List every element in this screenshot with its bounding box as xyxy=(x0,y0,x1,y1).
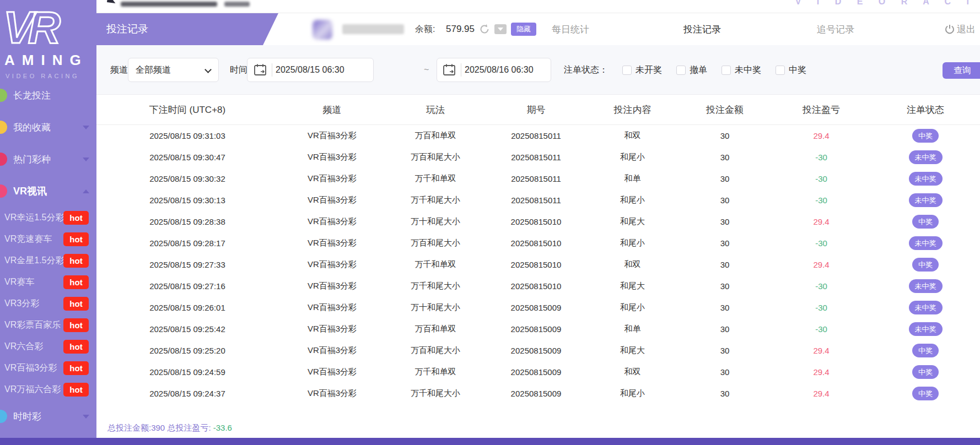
tab-追号记录[interactable]: 追号记录 xyxy=(817,13,854,45)
sidebar-subitem-VR赛车[interactable]: VR赛车hot xyxy=(0,272,96,293)
cell-profit: 29.4 xyxy=(772,131,871,140)
total-profit-label: 总投注盈亏: xyxy=(167,423,211,432)
hot-badge: hot xyxy=(63,318,89,332)
status-option-未中奖[interactable]: 未中奖 xyxy=(721,64,761,76)
category-dot-icon xyxy=(0,410,7,423)
sidebar-subitem-VR万福六合彩[interactable]: VR万福六合彩hot xyxy=(0,379,96,400)
tab-每日统计[interactable]: 每日统计 xyxy=(552,13,589,45)
cell-content: 和尾大 xyxy=(587,281,678,291)
time-from-value: 2025/08/15 06:30 xyxy=(276,65,344,75)
cell-amount: 30 xyxy=(678,324,772,334)
cell-channel: VR百福3分彩 xyxy=(278,152,386,162)
blurred-announcement-2 xyxy=(224,2,250,7)
username-redacted xyxy=(342,24,404,34)
checkbox-未中奖[interactable] xyxy=(721,66,731,75)
cell-issue: 20250815009 xyxy=(485,389,587,398)
cell-amount: 30 xyxy=(678,238,772,248)
cell-content: 和尾小 xyxy=(587,238,678,248)
sidebar-subitem-label: VR百福3分彩 xyxy=(4,362,57,374)
cell-profit: 29.4 xyxy=(772,346,871,355)
hide-balance-button[interactable]: 隐藏 xyxy=(511,23,536,36)
cell-content: 和双 xyxy=(587,259,678,270)
cell-play: 万千和尾大小 xyxy=(386,281,485,291)
sidebar-subitem-label: VR金星1.5分彩 xyxy=(4,255,64,267)
sidebar-subitem-VR幸运1.5分彩[interactable]: VR幸运1.5分彩hot xyxy=(0,207,96,229)
sidebar-subitem-VR百福3分彩[interactable]: VR百福3分彩hot xyxy=(0,357,96,379)
sidebar-subitem-VR金星1.5分彩[interactable]: VR金星1.5分彩hot xyxy=(0,250,96,272)
cell-issue: 20250815009 xyxy=(485,324,587,334)
time-label: 时间 xyxy=(230,45,247,95)
cell-issue: 20250815009 xyxy=(485,346,587,355)
cell-amount: 30 xyxy=(678,174,772,183)
cell-time: 2025/08/15 09:30:32 xyxy=(96,174,278,183)
checkbox-中奖[interactable] xyxy=(776,66,785,75)
status-option-未开奖[interactable]: 未开奖 xyxy=(622,64,662,76)
svg-text:VR: VR xyxy=(3,2,61,51)
sidebar-subitem-VR3分彩[interactable]: VR3分彩hot xyxy=(0,293,96,314)
refresh-balance-icon[interactable] xyxy=(479,24,490,35)
sidebar-item-热门彩种[interactable]: 热门彩种 xyxy=(0,143,96,175)
time-to-input[interactable]: 2025/08/16 06:30 xyxy=(437,58,551,82)
category-dot-icon xyxy=(0,184,7,198)
channel-select[interactable]: 全部频道 xyxy=(128,58,219,82)
video-racing-watermark: V I D E O R A C I xyxy=(795,0,976,7)
balance-dropdown-button[interactable] xyxy=(494,24,507,34)
time-range-separator: ~ xyxy=(424,45,429,95)
cell-issue: 20250815009 xyxy=(485,303,587,312)
cell-status: 中奖 xyxy=(871,129,980,143)
cell-amount: 30 xyxy=(678,217,772,226)
status-option-中奖[interactable]: 中奖 xyxy=(776,64,806,76)
chevron-down-icon xyxy=(83,126,89,129)
cell-profit: -30 xyxy=(772,238,871,248)
status-badge: 未中奖 xyxy=(909,150,943,164)
total-profit-value: -33.6 xyxy=(213,423,232,432)
cell-content: 和双 xyxy=(587,131,678,141)
cell-issue: 20250815011 xyxy=(485,153,587,162)
cell-status: 中奖 xyxy=(871,387,980,400)
cell-amount: 30 xyxy=(678,346,772,355)
cell-channel: VR百福3分彩 xyxy=(278,238,386,248)
cell-issue: 20250815011 xyxy=(485,131,587,140)
sidebar-item-label: 我的收藏 xyxy=(13,121,51,134)
cell-amount: 30 xyxy=(678,260,772,269)
cell-profit: 29.4 xyxy=(772,367,871,377)
cell-profit: 29.4 xyxy=(772,389,871,398)
checkbox-未开奖[interactable] xyxy=(622,66,632,75)
cell-channel: VR百福3分彩 xyxy=(278,345,386,356)
logout-button[interactable]: 退出 xyxy=(944,13,976,45)
sidebar-subitem-VR六合彩[interactable]: VR六合彩hot xyxy=(0,336,96,357)
cell-issue: 20250815011 xyxy=(485,174,587,183)
sidebar-subitem-VR彩票百家乐[interactable]: VR彩票百家乐hot xyxy=(0,314,96,336)
sidebar-item-时时彩[interactable]: 时时彩 xyxy=(0,400,96,432)
time-from-input[interactable]: 2025/08/15 06:30 xyxy=(247,58,374,82)
chevron-up-icon xyxy=(83,189,89,193)
sidebar-item-我的收藏[interactable]: 我的收藏 xyxy=(0,111,96,143)
cell-channel: VR百福3分彩 xyxy=(278,281,386,291)
cell-time: 2025/08/15 09:25:20 xyxy=(96,346,278,355)
search-button[interactable]: 查询 xyxy=(943,62,980,79)
status-option-撤单[interactable]: 撤单 xyxy=(676,64,707,76)
cell-amount: 30 xyxy=(678,389,772,398)
sidebar-item-VR视讯[interactable]: VR视讯 xyxy=(0,175,96,207)
checkbox-撤单[interactable] xyxy=(676,66,686,75)
sidebar-subitem-label: VR万福六合彩 xyxy=(4,384,61,395)
cell-issue: 20250815011 xyxy=(485,196,587,205)
tab-投注记录[interactable]: 投注记录 xyxy=(683,13,721,45)
brand-tagline: VIDEO RACING xyxy=(6,73,96,79)
back-arrow-icon[interactable] xyxy=(99,0,116,10)
status-badge: 未中奖 xyxy=(909,172,943,186)
sidebar-item-label: 热门彩种 xyxy=(13,153,51,166)
cell-status: 中奖 xyxy=(871,365,980,379)
checkbox-label: 撤单 xyxy=(690,64,707,76)
status-badge: 未中奖 xyxy=(909,193,943,207)
sidebar-item-长龙投注[interactable]: 长龙投注 xyxy=(0,79,96,111)
table-row: 2025/08/15 09:24:59VR百福3分彩万千和单双202508150… xyxy=(96,361,980,383)
cell-profit: 29.4 xyxy=(772,217,871,226)
cell-channel: VR百福3分彩 xyxy=(278,131,386,141)
cell-content: 和单 xyxy=(587,173,678,184)
cell-play: 万百和单双 xyxy=(386,324,485,334)
cell-amount: 30 xyxy=(678,153,772,162)
cell-content: 和尾大 xyxy=(587,345,678,356)
sidebar-subitem-VR竞速赛车[interactable]: VR竞速赛车hot xyxy=(0,229,96,250)
filter-bar: 频道 全部频道 时间 2025/08/15 06:30 ~ xyxy=(96,45,980,95)
